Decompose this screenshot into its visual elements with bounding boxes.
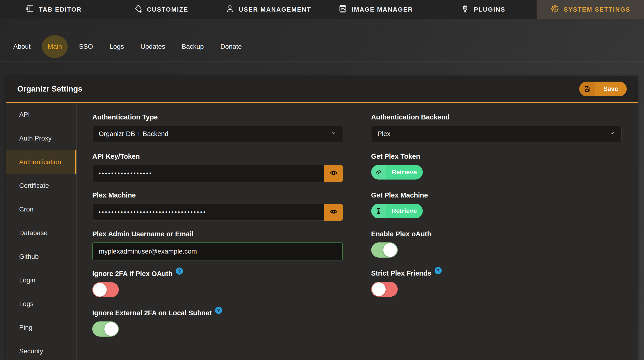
tab-backup[interactable]: Backup	[176, 43, 209, 50]
topbar-item-plugins[interactable]: PLUGINS	[430, 0, 537, 19]
sidebar-item-logs[interactable]: Logs	[6, 292, 76, 316]
auth-backend-select[interactable]: Plex	[371, 126, 622, 142]
eye-icon	[330, 208, 338, 217]
api-key-group: API Key/Token •••••••••••••••••	[92, 152, 343, 182]
floppy-disk-icon	[579, 82, 595, 96]
get-plex-machine-group: Get Plex Machine Retrieve	[371, 191, 622, 218]
topbar-item-tab-editor[interactable]: TAB EDITOR	[0, 0, 108, 19]
sidebar-item-database[interactable]: Database	[6, 221, 76, 245]
ignore-external-2fa-group: Ignore External 2FA on Local Subnet ?	[92, 309, 343, 336]
settings-sidebar: API Auth Proxy Authentication Certificat…	[6, 103, 77, 360]
sidebar-item-api[interactable]: API	[6, 103, 76, 126]
enable-oauth-group: Enable Plex oAuth	[371, 230, 622, 258]
user-management-icon	[226, 4, 234, 15]
api-key-input[interactable]: •••••••••••••••••	[92, 165, 324, 182]
chevron-down-icon	[610, 130, 615, 138]
sidebar-item-ping[interactable]: Ping	[6, 316, 76, 340]
ignore-2fa-group: Ignore 2FA if Plex OAuth ?	[92, 270, 343, 297]
tab-logs[interactable]: Logs	[104, 43, 129, 50]
tab-sso[interactable]: SSO	[74, 43, 98, 50]
auth-type-value: Organizr DB + Backend	[99, 130, 168, 138]
plex-admin-label: Plex Admin Username or Email	[92, 230, 194, 238]
topbar-item-customize[interactable]: CUSTOMIZE	[108, 0, 215, 19]
settings-form: Authentication Type Organizr DB + Backen…	[77, 103, 638, 360]
topbar-item-label: PLUGINS	[474, 6, 505, 13]
tab-donate[interactable]: Donate	[215, 43, 247, 50]
sidebar-item-security[interactable]: Security	[6, 340, 76, 360]
chevron-down-icon	[331, 130, 336, 138]
strict-friends-group: Strict Plex Friends ?	[371, 270, 622, 297]
topbar-item-label: CUSTOMIZE	[147, 6, 188, 13]
page-title: Organizr Settings	[17, 84, 82, 94]
plugins-icon	[461, 4, 470, 15]
plex-admin-input[interactable]: myplexadminuser@example.com	[92, 242, 343, 260]
auth-type-group: Authentication Type Organizr DB + Backen…	[92, 113, 343, 142]
panel-body: API Auth Proxy Authentication Certificat…	[6, 103, 638, 360]
plex-machine-label: Plex Machine	[92, 191, 136, 199]
api-key-label: API Key/Token	[92, 152, 140, 160]
auth-backend-group: Authentication Backend Plex	[371, 113, 622, 142]
sidebar-item-certificate[interactable]: Certificate	[6, 174, 76, 198]
top-navigation: TAB EDITOR CUSTOMIZE USER MANAGEMENT IMA…	[0, 0, 644, 19]
form-column-right: Authentication Backend Plex Get Plex Tok…	[371, 113, 622, 348]
topbar-item-user-management[interactable]: USER MANAGEMENT	[214, 0, 322, 19]
help-icon[interactable]: ?	[434, 267, 442, 274]
ignore-external-2fa-label: Ignore External 2FA on Local Subnet	[92, 309, 212, 317]
ignore-2fa-label: Ignore 2FA if Plex OAuth	[92, 270, 172, 278]
enable-oauth-toggle[interactable]	[371, 242, 398, 258]
tab-updates[interactable]: Updates	[135, 43, 170, 50]
api-key-reveal-button[interactable]	[324, 165, 343, 182]
get-plex-machine-label: Get Plex Machine	[371, 191, 428, 199]
panel-header: Organizr Settings Save	[6, 76, 638, 103]
retrieve-token-label: Retrieve	[386, 165, 423, 180]
plex-machine-reveal-button[interactable]	[324, 204, 343, 221]
save-button-label: Save	[595, 82, 627, 96]
get-plex-token-label: Get Plex Token	[371, 152, 420, 160]
auth-type-label: Authentication Type	[92, 113, 158, 121]
strict-friends-toggle[interactable]	[371, 282, 398, 297]
save-button[interactable]: Save	[579, 82, 627, 96]
topbar-item-label: IMAGE MANAGER	[352, 6, 413, 13]
plex-machine-group: Plex Machine •••••••••••••••••••••••••••…	[92, 191, 343, 221]
retrieve-token-button[interactable]: Retrieve	[371, 165, 423, 180]
eye-icon	[330, 169, 338, 178]
sidebar-item-authentication[interactable]: Authentication	[6, 150, 76, 174]
retrieve-machine-button[interactable]: Retrieve	[371, 204, 423, 218]
auth-backend-label: Authentication Backend	[371, 113, 450, 121]
tab-editor-icon	[26, 4, 34, 15]
sidebar-item-login[interactable]: Login	[6, 268, 76, 292]
topbar-item-label: USER MANAGEMENT	[239, 6, 311, 13]
settings-tabs: About Main SSO Logs Updates Backup Donat…	[0, 32, 644, 62]
gear-icon	[550, 4, 559, 15]
enable-oauth-label: Enable Plex oAuth	[371, 230, 432, 238]
sidebar-item-github[interactable]: Github	[6, 245, 76, 268]
retrieve-machine-label: Retrieve	[386, 204, 423, 218]
customize-icon	[134, 4, 143, 15]
id-card-icon	[371, 204, 386, 218]
settings-panel: Organizr Settings Save API Auth Proxy Au…	[6, 76, 638, 360]
image-manager-icon	[338, 4, 347, 15]
organizr-settings-screen: TAB EDITOR CUSTOMIZE USER MANAGEMENT IMA…	[0, 0, 644, 360]
topbar-item-image-manager[interactable]: IMAGE MANAGER	[322, 0, 430, 19]
plex-machine-input[interactable]: ••••••••••••••••••••••••••••••••••	[92, 204, 324, 221]
form-column-left: Authentication Type Organizr DB + Backen…	[92, 113, 343, 348]
sidebar-item-auth-proxy[interactable]: Auth Proxy	[6, 126, 76, 150]
strict-friends-label: Strict Plex Friends	[371, 270, 432, 277]
auth-type-select[interactable]: Organizr DB + Backend	[92, 126, 343, 142]
plex-admin-group: Plex Admin Username or Email myplexadmin…	[92, 230, 343, 260]
help-icon[interactable]: ?	[176, 268, 183, 274]
topbar-item-label: TAB EDITOR	[39, 6, 82, 13]
get-plex-token-group: Get Plex Token Retrieve	[371, 152, 622, 180]
auth-backend-value: Plex	[378, 130, 390, 138]
topbar-item-label: SYSTEM SETTINGS	[564, 6, 630, 13]
topbar-item-system-settings[interactable]: SYSTEM SETTINGS	[536, 0, 644, 19]
tab-about[interactable]: About	[8, 43, 36, 50]
sidebar-item-cron[interactable]: Cron	[6, 198, 76, 221]
ticket-icon	[371, 165, 386, 180]
ignore-2fa-toggle[interactable]	[92, 282, 119, 297]
ignore-external-2fa-toggle[interactable]	[92, 322, 119, 336]
tab-main[interactable]: Main	[42, 35, 68, 58]
help-icon[interactable]: ?	[215, 307, 222, 314]
